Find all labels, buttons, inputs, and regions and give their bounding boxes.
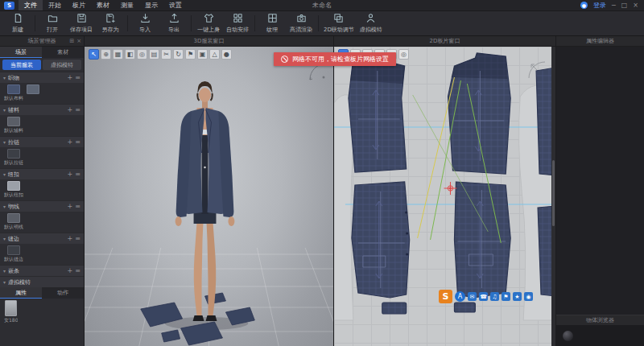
- target-tool-icon[interactable]: ◎: [137, 49, 147, 60]
- list-menu-icon[interactable]: ≡: [75, 171, 80, 178]
- zipper-item[interactable]: 默认拉链: [0, 147, 84, 168]
- section-avatar[interactable]: ▾ 虚拟模特: [0, 276, 84, 287]
- avatar-tabs: 属性 动作: [0, 287, 84, 299]
- close-button[interactable]: ×: [633, 2, 638, 9]
- material-ball-icon[interactable]: [563, 331, 573, 341]
- fabric-swatch[interactable]: [7, 84, 20, 94]
- add-icon[interactable]: +: [68, 139, 73, 146]
- panel-close-icon[interactable]: ×: [76, 38, 81, 44]
- avatar-mode-button[interactable]: 虚拟模特: [43, 60, 81, 70]
- add-icon[interactable]: +: [68, 75, 73, 81]
- avatar-item[interactable]: 女180: [0, 299, 84, 326]
- section-seam[interactable]: ▾ 缝边 + ≡: [0, 233, 84, 244]
- texture-button[interactable]: 纹理: [258, 13, 287, 34]
- scrollbar-thumb[interactable]: [552, 160, 555, 226]
- tab-material[interactable]: 素材: [42, 47, 84, 58]
- trim-item[interactable]: 默认辅料: [0, 115, 84, 136]
- section-zipper[interactable]: ▾ 拉链 + ≡: [0, 136, 84, 147]
- button-swatch[interactable]: [7, 181, 20, 191]
- menu-material[interactable]: 素材: [91, 0, 115, 10]
- menu-pattern[interactable]: 板片: [67, 0, 91, 10]
- fabric-swatch[interactable]: [27, 84, 39, 94]
- current-garment-button[interactable]: 当前服装: [2, 60, 41, 70]
- flag-tool-icon[interactable]: ⚑: [185, 49, 196, 60]
- menu-measure[interactable]: 测量: [115, 0, 139, 10]
- import-button[interactable]: 导入: [130, 13, 159, 34]
- list-menu-icon[interactable]: ≡: [75, 204, 80, 210]
- open-button[interactable]: 打开: [38, 13, 67, 34]
- pin-icon[interactable]: ⊞: [69, 38, 74, 44]
- auto-arrange-button[interactable]: 自动安排: [223, 13, 252, 34]
- menu-settings[interactable]: 设置: [163, 0, 188, 10]
- add-icon[interactable]: +: [68, 171, 73, 178]
- new-button[interactable]: 新建: [3, 13, 32, 34]
- selected-point[interactable]: [449, 187, 452, 189]
- property-editor-panel: 属性编辑器 物体浏览器: [556, 36, 644, 346]
- circle-tool-icon[interactable]: ◎: [398, 49, 409, 60]
- fabric-view-icon[interactable]: ▤: [149, 49, 159, 60]
- panel-tool-icon[interactable]: ▣: [197, 49, 208, 60]
- list-menu-icon[interactable]: ≡: [75, 139, 80, 146]
- tab-avatar-pose[interactable]: 动作: [42, 287, 84, 299]
- zipper-swatch[interactable]: [7, 149, 20, 159]
- export-button[interactable]: 导出: [159, 13, 188, 34]
- dress-up-button[interactable]: 一键上身: [194, 13, 223, 34]
- add-icon[interactable]: +: [68, 204, 73, 210]
- list-menu-icon[interactable]: ≡: [75, 236, 80, 242]
- user-avatar-icon[interactable]: ●: [580, 2, 588, 9]
- mesh-tool-icon[interactable]: ▦: [113, 49, 123, 60]
- dot-tool-icon[interactable]: ●: [221, 49, 232, 60]
- list-menu-icon[interactable]: ≡: [75, 268, 80, 274]
- topstitch-item[interactable]: 默认明线: [0, 212, 84, 233]
- button-item[interactable]: 默认纽扣: [0, 179, 84, 200]
- viewport-3d-canvas[interactable]: ↖ ⊕ ▦ ◧ ◎ ▤ ✂ ↻ ⚑ ▣ △ ●: [85, 47, 333, 346]
- menu-file[interactable]: 文件: [19, 0, 43, 10]
- seam-item[interactable]: 默认缝边: [0, 244, 84, 265]
- list-menu-icon[interactable]: ≡: [75, 75, 80, 81]
- select-tool-icon[interactable]: ↖: [89, 49, 99, 60]
- link-2d-button[interactable]: 2D联动调节: [321, 13, 357, 34]
- pin-tool-icon[interactable]: ⊕: [101, 49, 111, 60]
- minimize-button[interactable]: ─: [612, 2, 616, 9]
- save-as-button[interactable]: 另存为: [96, 13, 125, 34]
- scissors-tool-icon[interactable]: ✂: [161, 49, 171, 60]
- viewport-2d-canvas[interactable]: ↖ ⊕ ▭ ✂ ▦ ◎: [334, 47, 555, 346]
- warning-banner[interactable]: 网格不可用，请检查板片网格设置: [274, 52, 396, 66]
- vertical-scrollbar[interactable]: [551, 47, 555, 346]
- save-project-button[interactable]: 保存项目: [67, 13, 96, 34]
- seam-swatch[interactable]: [7, 245, 20, 255]
- viewport-3d-title: 3D服装窗口: [85, 36, 333, 47]
- render-button[interactable]: 高清渲染: [287, 13, 316, 34]
- avatar-3d-render[interactable]: [85, 47, 333, 346]
- avatar-thumbnail[interactable]: [5, 300, 17, 316]
- app-logo-icon[interactable]: S: [4, 2, 14, 10]
- pose-tool-icon[interactable]: △: [209, 49, 220, 60]
- mode-buttons: 当前服装 虚拟模特: [0, 58, 84, 72]
- reset-tool-icon[interactable]: ↻: [173, 49, 184, 60]
- section-fabric[interactable]: ▾ 织物 + ≡: [0, 72, 84, 83]
- list-menu-icon[interactable]: ≡: [75, 107, 80, 113]
- section-button[interactable]: ▾ 纽扣 + ≡: [0, 168, 84, 179]
- record-icon: ◉: [524, 292, 533, 301]
- add-icon[interactable]: +: [68, 236, 73, 242]
- maximize-button[interactable]: □: [621, 2, 628, 9]
- menu-start[interactable]: 开始: [43, 0, 67, 10]
- add-icon[interactable]: +: [68, 268, 73, 274]
- half-view-icon[interactable]: ◧: [125, 49, 135, 60]
- section-trim[interactable]: ▾ 辅料 + ≡: [0, 104, 84, 115]
- tab-avatar-props[interactable]: 属性: [0, 287, 42, 299]
- trim-swatch[interactable]: [7, 117, 20, 126]
- menu-display[interactable]: 显示: [139, 0, 163, 10]
- section-piping[interactable]: ▾ 嵌条 + ≡: [0, 265, 84, 276]
- scene-list: ▾ 织物 + ≡ 默认布料 ▾ 辅料 + ≡: [0, 72, 84, 346]
- object-browser-title[interactable]: 物体浏览器: [556, 315, 644, 325]
- topstitch-swatch[interactable]: [7, 213, 20, 223]
- music-icon: ♫: [490, 292, 499, 301]
- avatar-editor-button[interactable]: 虚拟模特: [357, 13, 386, 34]
- fabric-item[interactable]: 默认布料: [0, 83, 84, 104]
- tab-scene[interactable]: 场景: [0, 47, 42, 58]
- section-topstitch[interactable]: ▾ 明线 + ≡: [0, 200, 84, 212]
- camera-icon: [296, 13, 307, 25]
- add-icon[interactable]: +: [68, 107, 73, 113]
- login-link[interactable]: 登录: [593, 1, 606, 10]
